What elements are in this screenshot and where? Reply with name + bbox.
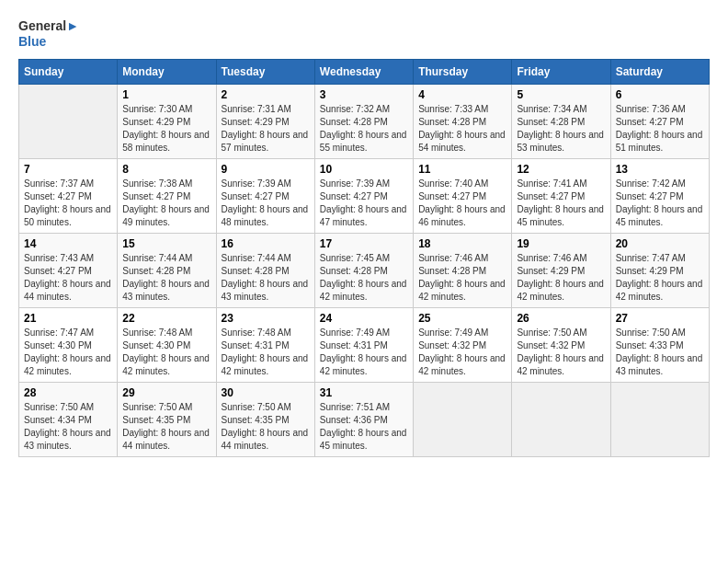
day-number: 12 [517,163,605,176]
day-number: 10 [320,163,408,176]
day-number: 19 [517,237,605,250]
day-info: Sunrise: 7:50 AM Sunset: 4:34 PM Dayligh… [24,401,112,453]
calendar-cell: 9Sunrise: 7:39 AM Sunset: 4:27 PM Daylig… [216,158,314,233]
calendar-cell: 13Sunrise: 7:42 AM Sunset: 4:27 PM Dayli… [610,158,709,233]
day-number: 26 [517,312,605,325]
calendar-cell: 19Sunrise: 7:46 AM Sunset: 4:29 PM Dayli… [512,233,610,307]
day-number: 1 [122,88,210,101]
calendar-cell: 14Sunrise: 7:43 AM Sunset: 4:27 PM Dayli… [19,233,118,307]
calendar-cell: 18Sunrise: 7:46 AM Sunset: 4:28 PM Dayli… [414,233,512,307]
day-number: 18 [418,237,506,250]
day-info: Sunrise: 7:39 AM Sunset: 4:27 PM Dayligh… [222,178,310,229]
day-info: Sunrise: 7:49 AM Sunset: 4:32 PM Dayligh… [418,327,506,378]
calendar-cell: 12Sunrise: 7:41 AM Sunset: 4:27 PM Dayli… [512,158,610,233]
day-info: Sunrise: 7:38 AM Sunset: 4:27 PM Dayligh… [122,178,210,229]
day-number: 31 [320,386,408,399]
day-header-sunday: Sunday [19,59,118,84]
calendar-header-row: SundayMondayTuesdayWednesdayThursdayFrid… [19,59,710,84]
day-number: 9 [222,163,310,176]
day-info: Sunrise: 7:41 AM Sunset: 4:27 PM Dayligh… [517,178,605,229]
day-info: Sunrise: 7:51 AM Sunset: 4:36 PM Dayligh… [320,401,408,453]
calendar-cell: 20Sunrise: 7:47 AM Sunset: 4:29 PM Dayli… [610,233,709,307]
day-info: Sunrise: 7:48 AM Sunset: 4:31 PM Dayligh… [222,327,310,378]
calendar-cell [512,382,610,456]
calendar-cell: 11Sunrise: 7:40 AM Sunset: 4:27 PM Dayli… [414,158,512,233]
calendar-cell: 26Sunrise: 7:50 AM Sunset: 4:32 PM Dayli… [512,307,610,382]
calendar-cell: 7Sunrise: 7:37 AM Sunset: 4:27 PM Daylig… [19,158,118,233]
day-number: 15 [122,237,210,250]
day-number: 7 [24,163,112,176]
calendar-cell: 23Sunrise: 7:48 AM Sunset: 4:31 PM Dayli… [216,307,314,382]
day-info: Sunrise: 7:45 AM Sunset: 4:28 PM Dayligh… [320,252,408,304]
day-info: Sunrise: 7:32 AM Sunset: 4:28 PM Dayligh… [320,103,408,155]
day-info: Sunrise: 7:50 AM Sunset: 4:33 PM Dayligh… [616,327,704,378]
day-number: 13 [616,163,704,176]
day-number: 5 [517,88,605,101]
logo-text: General► Blue [18,18,79,50]
logo: General► Blue [18,18,79,50]
calendar-cell [19,84,118,158]
day-info: Sunrise: 7:47 AM Sunset: 4:30 PM Dayligh… [24,327,112,378]
day-number: 25 [418,312,506,325]
day-number: 8 [122,163,210,176]
calendar-cell: 3Sunrise: 7:32 AM Sunset: 4:28 PM Daylig… [314,84,413,158]
calendar-table: SundayMondayTuesdayWednesdayThursdayFrid… [18,59,710,457]
calendar-cell: 24Sunrise: 7:49 AM Sunset: 4:31 PM Dayli… [314,307,413,382]
day-number: 2 [222,88,310,101]
calendar-cell: 21Sunrise: 7:47 AM Sunset: 4:30 PM Dayli… [19,307,118,382]
day-number: 20 [616,237,704,250]
day-number: 6 [616,88,704,101]
day-number: 21 [24,312,112,325]
calendar-week-row: 28Sunrise: 7:50 AM Sunset: 4:34 PM Dayli… [19,382,710,456]
day-number: 27 [616,312,704,325]
day-number: 29 [122,386,210,399]
day-info: Sunrise: 7:50 AM Sunset: 4:32 PM Dayligh… [517,327,605,378]
day-number: 17 [320,237,408,250]
day-info: Sunrise: 7:43 AM Sunset: 4:27 PM Dayligh… [24,252,112,304]
calendar-cell: 17Sunrise: 7:45 AM Sunset: 4:28 PM Dayli… [314,233,413,307]
calendar-cell: 5Sunrise: 7:34 AM Sunset: 4:28 PM Daylig… [512,84,610,158]
day-info: Sunrise: 7:31 AM Sunset: 4:29 PM Dayligh… [222,103,310,155]
day-info: Sunrise: 7:36 AM Sunset: 4:27 PM Dayligh… [616,103,704,155]
calendar-cell: 2Sunrise: 7:31 AM Sunset: 4:29 PM Daylig… [216,84,314,158]
day-header-monday: Monday [118,59,216,84]
day-number: 3 [320,88,408,101]
day-header-tuesday: Tuesday [216,59,314,84]
calendar-cell: 1Sunrise: 7:30 AM Sunset: 4:29 PM Daylig… [118,84,216,158]
calendar-week-row: 21Sunrise: 7:47 AM Sunset: 4:30 PM Dayli… [19,307,710,382]
day-number: 16 [222,237,310,250]
day-info: Sunrise: 7:47 AM Sunset: 4:29 PM Dayligh… [616,252,704,304]
day-header-saturday: Saturday [610,59,709,84]
day-number: 14 [24,237,112,250]
calendar-cell: 25Sunrise: 7:49 AM Sunset: 4:32 PM Dayli… [414,307,512,382]
day-info: Sunrise: 7:39 AM Sunset: 4:27 PM Dayligh… [320,178,408,229]
calendar-week-row: 1Sunrise: 7:30 AM Sunset: 4:29 PM Daylig… [19,84,710,158]
calendar-cell: 31Sunrise: 7:51 AM Sunset: 4:36 PM Dayli… [314,382,413,456]
day-info: Sunrise: 7:40 AM Sunset: 4:27 PM Dayligh… [418,178,506,229]
day-number: 4 [418,88,506,101]
calendar-cell: 10Sunrise: 7:39 AM Sunset: 4:27 PM Dayli… [314,158,413,233]
calendar-cell: 16Sunrise: 7:44 AM Sunset: 4:28 PM Dayli… [216,233,314,307]
day-number: 23 [222,312,310,325]
day-info: Sunrise: 7:50 AM Sunset: 4:35 PM Dayligh… [222,401,310,453]
day-number: 30 [222,386,310,399]
day-number: 22 [122,312,210,325]
day-info: Sunrise: 7:49 AM Sunset: 4:31 PM Dayligh… [320,327,408,378]
day-number: 28 [24,386,112,399]
day-info: Sunrise: 7:48 AM Sunset: 4:30 PM Dayligh… [122,327,210,378]
calendar-cell: 15Sunrise: 7:44 AM Sunset: 4:28 PM Dayli… [118,233,216,307]
calendar-cell: 27Sunrise: 7:50 AM Sunset: 4:33 PM Dayli… [610,307,709,382]
day-info: Sunrise: 7:46 AM Sunset: 4:28 PM Dayligh… [418,252,506,304]
day-info: Sunrise: 7:46 AM Sunset: 4:29 PM Dayligh… [517,252,605,304]
calendar-cell: 6Sunrise: 7:36 AM Sunset: 4:27 PM Daylig… [610,84,709,158]
day-number: 11 [418,163,506,176]
day-header-thursday: Thursday [414,59,512,84]
day-info: Sunrise: 7:33 AM Sunset: 4:28 PM Dayligh… [418,103,506,155]
day-info: Sunrise: 7:30 AM Sunset: 4:29 PM Dayligh… [122,103,210,155]
day-info: Sunrise: 7:37 AM Sunset: 4:27 PM Dayligh… [24,178,112,229]
calendar-cell: 29Sunrise: 7:50 AM Sunset: 4:35 PM Dayli… [118,382,216,456]
calendar-week-row: 7Sunrise: 7:37 AM Sunset: 4:27 PM Daylig… [19,158,710,233]
day-header-wednesday: Wednesday [314,59,413,84]
calendar-week-row: 14Sunrise: 7:43 AM Sunset: 4:27 PM Dayli… [19,233,710,307]
day-info: Sunrise: 7:42 AM Sunset: 4:27 PM Dayligh… [616,178,704,229]
